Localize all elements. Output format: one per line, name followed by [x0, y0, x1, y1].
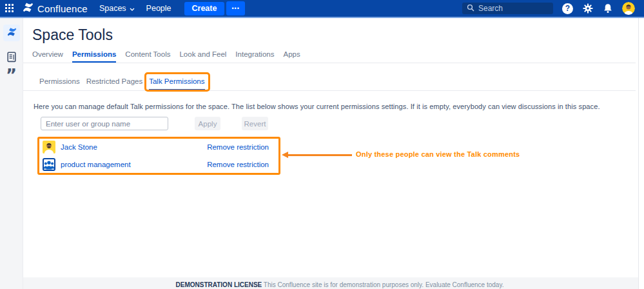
- subtab-restricted-pages[interactable]: Restricted Pages: [86, 77, 143, 90]
- sidebar-item-quotes[interactable]: ”: [6, 67, 17, 84]
- confluence-logo[interactable]: Confluence: [22, 1, 88, 16]
- tab-permissions[interactable]: Permissions: [72, 50, 116, 63]
- top-navbar: Confluence Spaces People Create ••• ?: [0, 0, 644, 18]
- chevron-down-icon: [130, 4, 135, 13]
- product-name: Confluence: [37, 3, 88, 14]
- user-or-group-input[interactable]: [41, 117, 168, 130]
- list-item-group: product management Remove restriction: [39, 157, 278, 173]
- app-switcher-grid-icon[interactable]: [5, 4, 14, 13]
- permissions-sub-tab-bar: Permissions Restricted Pages Talk Permis…: [23, 77, 636, 91]
- annotation-text: Only these people can view the Talk comm…: [356, 150, 520, 158]
- license-label: DEMONSTRATION LICENSE: [176, 281, 262, 288]
- quote-icon: ”: [6, 66, 17, 85]
- tab-integrations[interactable]: Integrations: [235, 50, 274, 63]
- more-button[interactable]: •••: [226, 1, 244, 15]
- license-text: This Confluence site is for demonstratio…: [264, 281, 504, 288]
- tab-apps[interactable]: Apps: [283, 50, 300, 63]
- sidebar-item-pages[interactable]: [7, 52, 16, 65]
- nav-people[interactable]: People: [146, 4, 171, 13]
- list-item-user: Jack Stone Remove restriction: [39, 139, 278, 155]
- pages-icon: [7, 54, 16, 65]
- talk-restrictions-list: Jack Stone Remove restriction product ma…: [37, 137, 280, 175]
- subtab-talk-permissions[interactable]: Talk Permissions: [149, 77, 204, 90]
- search-input[interactable]: [478, 4, 543, 13]
- remove-restriction-link[interactable]: Remove restriction: [207, 143, 269, 151]
- user-name-link[interactable]: Jack Stone: [61, 143, 97, 151]
- tab-overview[interactable]: Overview: [32, 50, 63, 63]
- revert-button[interactable]: Revert: [242, 117, 268, 130]
- page-title: Space Tools: [32, 26, 113, 44]
- apply-button[interactable]: Apply: [195, 117, 220, 130]
- left-sidebar: ”: [0, 18, 23, 289]
- nav-spaces-menu[interactable]: Spaces: [99, 4, 135, 13]
- remove-restriction-link[interactable]: Remove restriction: [207, 161, 269, 168]
- vertical-scrollbar[interactable]: [638, 18, 644, 289]
- confluence-icon: [6, 26, 17, 40]
- spaces-label: Spaces: [99, 4, 126, 13]
- talk-permissions-description: Here you can manage default Talk permiss…: [34, 103, 600, 110]
- arrow-line: [288, 154, 352, 156]
- subtab-permissions[interactable]: Permissions: [39, 77, 80, 90]
- space-tools-tab-bar: Overview Permissions Content Tools Look …: [23, 50, 636, 63]
- create-button[interactable]: Create: [184, 2, 225, 15]
- search-icon: [467, 3, 474, 14]
- user-photo-avatar: [43, 141, 55, 154]
- license-footer: DEMONSTRATION LICENSE This Confluence si…: [35, 281, 644, 288]
- help-icon[interactable]: ?: [562, 3, 573, 14]
- tab-look-and-feel[interactable]: Look and Feel: [179, 50, 226, 63]
- user-avatar[interactable]: [622, 2, 635, 15]
- sidebar-item-confluence[interactable]: [3, 25, 20, 41]
- search-box[interactable]: [462, 3, 553, 14]
- people-group-icon: [43, 158, 55, 171]
- subtab-talk-permissions-label: Talk Permissions: [149, 77, 204, 85]
- people-label: People: [146, 4, 171, 13]
- confluence-logo-icon: [22, 1, 34, 16]
- gear-icon[interactable]: [582, 3, 594, 14]
- tab-content-tools[interactable]: Content Tools: [125, 50, 170, 63]
- bell-icon[interactable]: [603, 3, 613, 14]
- group-name-link[interactable]: product management: [61, 161, 131, 168]
